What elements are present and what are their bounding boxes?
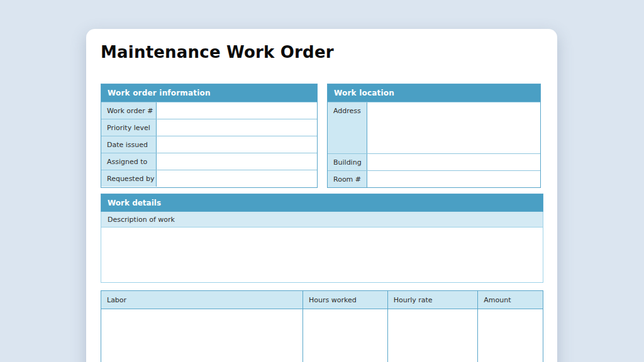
address-field[interactable]: [367, 102, 540, 153]
labor-table: Labor Hours worked Hourly rate Amount: [101, 290, 543, 362]
priority-level-label: Priority level: [101, 119, 157, 136]
table-row: Priority level: [101, 119, 317, 136]
assigned-to-label: Assigned to: [101, 153, 157, 170]
labor-column-header: Labor: [101, 291, 303, 309]
description-of-work-label: Description of work: [101, 212, 543, 228]
building-field[interactable]: [367, 154, 540, 170]
work-order-number-field[interactable]: [157, 102, 317, 119]
priority-level-field[interactable]: [157, 119, 317, 136]
hourly-rate-field[interactable]: [388, 309, 479, 362]
labor-field[interactable]: [101, 309, 303, 362]
work-order-number-label: Work order #: [101, 102, 157, 119]
page: { "page": { "title": "Maintenance Work O…: [0, 0, 644, 362]
amount-column-header: Amount: [478, 291, 543, 309]
labor-header-row: Labor Hours worked Hourly rate Amount: [101, 291, 543, 309]
table-row: Assigned to: [101, 153, 317, 170]
table-row: Address: [328, 102, 540, 153]
date-issued-label: Date issued: [101, 136, 157, 153]
table-row: Work order #: [101, 102, 317, 119]
room-number-field[interactable]: [367, 171, 540, 187]
address-label: Address: [328, 102, 367, 153]
work-order-info-table: Work order information Work order # Prio…: [101, 84, 318, 188]
description-of-work-field[interactable]: [101, 228, 543, 283]
amount-field[interactable]: [478, 309, 543, 362]
work-location-table: Work location Address Building Room #: [327, 84, 541, 188]
table-row: Building: [328, 153, 540, 170]
page-title: Maintenance Work Order: [101, 43, 334, 62]
hourly-rate-column-header: Hourly rate: [388, 291, 479, 309]
requested-by-label: Requested by: [101, 170, 157, 187]
room-number-label: Room #: [328, 171, 367, 187]
building-label: Building: [328, 154, 367, 170]
work-details-section: Work details Description of work: [101, 194, 543, 283]
top-tables-row: Work order information Work order # Prio…: [101, 84, 543, 188]
requested-by-field[interactable]: [157, 170, 317, 187]
labor-body-row: [101, 309, 543, 362]
assigned-to-field[interactable]: [157, 153, 317, 170]
hours-worked-column-header: Hours worked: [303, 291, 388, 309]
table-row: Date issued: [101, 136, 317, 153]
table-row: Room #: [328, 170, 540, 187]
hours-worked-field[interactable]: [303, 309, 388, 362]
work-order-info-header: Work order information: [101, 84, 317, 102]
work-order-card: Maintenance Work Order Work order inform…: [86, 29, 557, 362]
date-issued-field[interactable]: [157, 136, 317, 153]
work-location-header: Work location: [328, 84, 540, 102]
work-details-header: Work details: [101, 194, 543, 212]
table-row: Requested by: [101, 170, 317, 187]
